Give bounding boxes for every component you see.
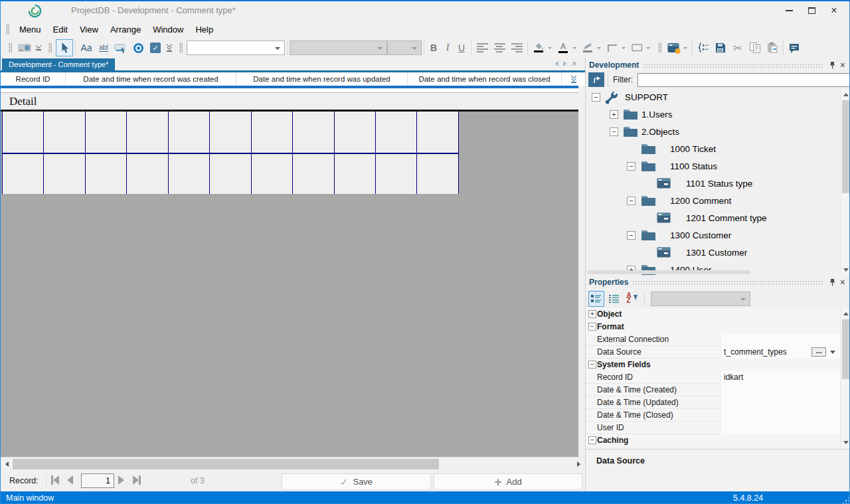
paste-button[interactable]: [764, 39, 781, 56]
save-button[interactable]: [712, 39, 729, 56]
radio-tool-button[interactable]: [129, 39, 147, 56]
comments-button[interactable]: [786, 39, 803, 56]
menu-item-help[interactable]: Help: [189, 23, 219, 37]
menu-item-window[interactable]: Window: [147, 23, 189, 37]
line-color-button[interactable]: [579, 39, 596, 56]
tree-item-1101-status-type[interactable]: 1101 Status type: [586, 175, 840, 193]
maximize-button[interactable]: [800, 1, 823, 20]
align-right-button[interactable]: [508, 39, 525, 56]
alphabetical-view-button[interactable]: [606, 291, 622, 307]
scroll-up-button[interactable]: [841, 89, 850, 100]
category-toggle[interactable]: −: [588, 323, 596, 331]
column-header-created[interactable]: Date and time when record was created: [66, 72, 236, 86]
extra-combobox[interactable]: [387, 41, 422, 55]
chevron-down-icon[interactable]: [597, 47, 601, 49]
tree-item-1200-comment[interactable]: − 1200 Comment: [586, 193, 840, 210]
property-row-datetime-closed[interactable]: Date & Time (Closed): [586, 409, 840, 422]
tree-horizontal-scrollbar-thumb[interactable]: [587, 270, 750, 274]
record-number-input[interactable]: [81, 473, 114, 488]
pin-icon[interactable]: [827, 61, 838, 70]
fill-color-button[interactable]: [530, 39, 547, 56]
first-record-button[interactable]: [51, 475, 59, 485]
tree-toggle[interactable]: −: [627, 162, 636, 171]
form-settings-button[interactable]: [665, 39, 683, 56]
scroll-down-button[interactable]: [841, 264, 850, 275]
last-record-button[interactable]: [133, 475, 141, 485]
menubar-grip[interactable]: [6, 24, 9, 35]
menu-item-edit[interactable]: Edit: [47, 23, 74, 37]
add-record-button[interactable]: + Add: [434, 473, 582, 490]
toolbar-grip[interactable]: [48, 42, 52, 53]
sort-az-button[interactable]: AZ: [624, 291, 640, 307]
save-record-button[interactable]: ✓ Save: [282, 473, 431, 490]
checkbox-tool-button[interactable]: ✓: [147, 39, 164, 56]
minimize-button[interactable]: [778, 1, 800, 20]
property-category-system-fields[interactable]: − System Fields: [586, 359, 840, 371]
tab-close-icon[interactable]: ×: [572, 60, 577, 68]
design-canvas[interactable]: Detail: [1, 88, 578, 457]
properties-combobox[interactable]: [651, 292, 750, 306]
font-name-combobox[interactable]: [187, 41, 285, 55]
chevron-down-icon[interactable]: [646, 47, 650, 49]
report-grid[interactable]: [2, 112, 459, 194]
tree-vertical-scrollbar[interactable]: [840, 89, 850, 275]
category-toggle[interactable]: −: [588, 361, 596, 369]
textbox-tool-button[interactable]: abl: [95, 39, 112, 56]
tree-toggle[interactable]: −: [610, 127, 618, 136]
scroll-up-button[interactable]: [841, 308, 850, 319]
property-row-record-id[interactable]: Record ID idkart: [586, 371, 840, 384]
ellipsis-button[interactable]: ...: [811, 347, 826, 357]
detail-band[interactable]: Detail: [1, 92, 578, 112]
property-category-format[interactable]: − Format: [586, 321, 840, 333]
image-tool-button[interactable]: [16, 39, 33, 56]
tree-item-1300-customer[interactable]: − 1300 Customer: [586, 227, 840, 244]
tree-toggle[interactable]: −: [627, 197, 636, 205]
column-header-record-id[interactable]: Record ID: [1, 72, 66, 86]
menu-item-view[interactable]: View: [74, 23, 104, 37]
toolbar-overflow-button[interactable]: [34, 45, 42, 50]
scroll-down-button[interactable]: [841, 437, 850, 448]
properties-vertical-scrollbar[interactable]: [840, 308, 850, 448]
property-row-data-source[interactable]: Data Source t_comment_types ...: [586, 346, 840, 359]
property-row-user-id[interactable]: User ID: [586, 422, 840, 434]
previous-record-button[interactable]: [67, 475, 73, 485]
bold-button[interactable]: B: [426, 39, 441, 56]
tree-toggle[interactable]: +: [610, 110, 618, 119]
border-style-button[interactable]: [604, 39, 621, 56]
tree-item-support[interactable]: − SUPPORT: [586, 89, 840, 106]
next-record-button[interactable]: [118, 475, 124, 485]
font-color-button[interactable]: A: [554, 39, 572, 56]
chevron-down-icon[interactable]: [622, 47, 626, 49]
tab-scroll-left-icon[interactable]: [554, 61, 558, 66]
close-button[interactable]: ×: [823, 1, 845, 20]
tree-item-1100-status[interactable]: − 1100 Status: [586, 158, 840, 175]
chevron-down-icon[interactable]: [683, 47, 687, 49]
field-list-button[interactable]: [695, 39, 712, 56]
tree-item-objects[interactable]: − 2.Objects: [586, 124, 840, 141]
tree-item-users[interactable]: + 1.Users: [586, 106, 840, 124]
menu-item-arrange[interactable]: Arrange: [104, 23, 147, 37]
tree-item-1301-customer[interactable]: 1301 Customer: [586, 244, 840, 262]
resize-grip[interactable]: [842, 497, 849, 503]
toolbar-grip[interactable]: [9, 42, 12, 53]
category-toggle[interactable]: +: [588, 310, 596, 318]
scroll-left-button[interactable]: [1, 459, 12, 469]
tree-item-1201-comment-type[interactable]: 1201 Comment type: [586, 210, 840, 227]
scroll-right-button[interactable]: [573, 459, 584, 469]
underline-button[interactable]: U: [454, 39, 469, 56]
chevron-down-icon[interactable]: [548, 47, 552, 49]
horizontal-scrollbar[interactable]: [1, 457, 585, 470]
button-tool-button[interactable]: [112, 39, 129, 56]
property-row-datetime-created[interactable]: Date & Time (Created): [586, 384, 840, 396]
horizontal-scrollbar-thumb[interactable]: [13, 459, 439, 469]
italic-button[interactable]: I: [441, 39, 454, 56]
tree-scrollbar-thumb[interactable]: [842, 100, 850, 193]
column-header-closed[interactable]: Date and time when record was closed: [408, 72, 562, 86]
chevron-down-icon[interactable]: [572, 47, 576, 49]
label-tool-button[interactable]: Aa: [78, 39, 95, 56]
tab-development-comment-type[interactable]: Development - Comment type*: [2, 58, 115, 70]
tree-toggle[interactable]: −: [627, 231, 636, 240]
tree-toggle[interactable]: −: [592, 93, 600, 102]
tree-item-1000-ticket[interactable]: 1000 Ticket: [586, 141, 840, 158]
tab-scroll-right-icon[interactable]: [563, 61, 567, 66]
